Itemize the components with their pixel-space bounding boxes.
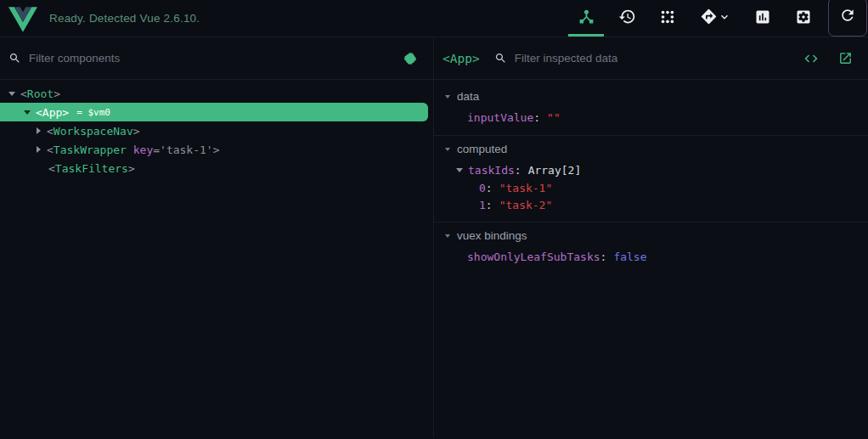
component-tag: Root xyxy=(27,87,54,100)
tag-open-bracket: < xyxy=(47,125,54,138)
section-collapse-arrow-icon[interactable] xyxy=(445,234,450,238)
filter-inspected-data-input[interactable] xyxy=(515,52,796,65)
component-tag: WorkspaceNav xyxy=(54,125,133,138)
component-tag: TaskFilters xyxy=(55,162,128,175)
routing-diamond-icon xyxy=(700,8,718,29)
field-key: inputValue xyxy=(467,111,533,124)
components-pane: <Root> <App> = $vm0 <WorkspaceNav> <Task… xyxy=(0,37,434,438)
section-collapse-arrow-icon[interactable] xyxy=(445,95,450,98)
inspected-component-title: <App> xyxy=(442,52,480,65)
section-title: computed xyxy=(457,143,507,155)
tag-close-bracket: > xyxy=(62,106,69,119)
dots-grain-icon xyxy=(659,8,676,29)
field-showonlyleafsubtasks[interactable]: showOnlyLeafSubTasks:false xyxy=(434,248,868,266)
collapsed-arrow-icon[interactable] xyxy=(37,127,41,134)
tag-close-bracket: > xyxy=(133,125,140,138)
gear-icon xyxy=(795,8,812,29)
field-key: 1 xyxy=(479,199,486,211)
refresh-icon xyxy=(839,7,856,27)
tag-close-bracket: > xyxy=(128,162,135,175)
section-data: data inputValue:"" xyxy=(434,83,868,136)
search-icon xyxy=(8,52,21,65)
field-value[interactable]: "task-2" xyxy=(499,199,553,211)
refresh-button[interactable] xyxy=(828,0,867,37)
tree-row-workspacenav[interactable]: <WorkspaceNav> xyxy=(0,121,433,140)
tag-open-bracket: < xyxy=(47,144,54,156)
main-area: <Root> <App> = $vm0 <WorkspaceNav> <Task… xyxy=(0,37,868,438)
inspector-filter-bar: <App> xyxy=(434,37,868,80)
field-value: Array[2] xyxy=(528,164,582,177)
expand-arrow-icon[interactable] xyxy=(24,110,31,115)
tag-close-bracket: > xyxy=(213,144,220,156)
section-header-vuex-bindings[interactable]: vuex bindings xyxy=(434,222,868,248)
tag-close-bracket: > xyxy=(54,87,60,100)
tag-open-bracket: < xyxy=(48,162,55,175)
bar-chart-icon xyxy=(754,8,771,29)
field-taskids-0[interactable]: 0:"task-1" xyxy=(434,179,868,196)
component-tag: TaskWrapper xyxy=(54,144,127,156)
section-vuex-bindings: vuex bindings showOnlyLeafSubTasks:false xyxy=(434,222,868,274)
inspector-pane: <App> data inputValue:"" xyxy=(434,37,868,438)
status-text: Ready. Detected Vue 2.6.10. xyxy=(49,12,200,25)
open-in-editor-icon[interactable] xyxy=(838,51,853,65)
section-header-data[interactable]: data xyxy=(434,83,868,109)
section-computed: computed taskIds:Array[2] 0:"task-1" 1:"… xyxy=(434,136,868,222)
field-inputvalue[interactable]: inputValue:"" xyxy=(434,109,868,127)
section-header-computed[interactable]: computed xyxy=(434,136,868,161)
tab-performance[interactable] xyxy=(742,0,783,37)
expand-arrow-icon[interactable] xyxy=(8,92,15,96)
tag-open-bracket: < xyxy=(36,106,42,119)
tab-events[interactable] xyxy=(647,0,688,37)
vue-logo xyxy=(8,7,37,32)
tree-row-taskwrapper[interactable]: <TaskWrapper key='task-1'> xyxy=(0,140,433,159)
field-key: 0 xyxy=(479,182,486,194)
inspect-dom-icon[interactable] xyxy=(803,51,819,66)
expand-arrow-icon[interactable] xyxy=(456,168,463,172)
section-title: data xyxy=(457,90,479,103)
target-crosshair-icon[interactable] xyxy=(403,51,418,66)
history-clock-icon xyxy=(618,8,636,29)
state-inspector: data inputValue:"" computed taskIds:Arra… xyxy=(434,80,868,274)
tree-row-root[interactable]: <Root> xyxy=(0,84,433,103)
collapsed-arrow-icon[interactable] xyxy=(37,146,41,153)
tab-vuex[interactable] xyxy=(606,0,647,37)
tab-routing[interactable] xyxy=(688,0,742,37)
field-value[interactable]: "task-1" xyxy=(499,182,553,194)
section-collapse-arrow-icon[interactable] xyxy=(445,148,450,151)
tree-row-app-selected[interactable]: <App> = $vm0 xyxy=(0,103,428,121)
tab-settings[interactable] xyxy=(783,0,824,37)
field-value[interactable]: false xyxy=(613,250,646,263)
search-icon xyxy=(494,52,507,65)
field-key: showOnlyLeafSubTasks xyxy=(467,250,600,263)
tab-components[interactable] xyxy=(566,0,606,37)
chevron-down-icon xyxy=(719,11,730,26)
field-taskids-1[interactable]: 1:"task-2" xyxy=(434,196,868,213)
attribute-value: ='task-1' xyxy=(153,144,212,156)
tag-open-bracket: < xyxy=(20,87,27,100)
filter-components-input[interactable] xyxy=(29,52,395,65)
component-tag: App xyxy=(42,106,62,119)
component-filter-bar xyxy=(0,37,433,80)
section-title: vuex bindings xyxy=(457,229,527,242)
attribute-name: key xyxy=(133,144,153,156)
vm-reference-label: = $vm0 xyxy=(76,107,110,118)
field-key: taskIds xyxy=(468,164,515,177)
topbar-tabs xyxy=(566,0,824,37)
topbar: Ready. Detected Vue 2.6.10. xyxy=(0,0,868,37)
field-taskids[interactable]: taskIds:Array[2] xyxy=(434,161,868,179)
field-value[interactable]: "" xyxy=(547,111,561,124)
components-tree-icon xyxy=(578,8,595,29)
tree-row-taskfilters[interactable]: <TaskFilters> xyxy=(0,159,433,177)
component-tree: <Root> <App> = $vm0 <WorkspaceNav> <Task… xyxy=(0,80,433,177)
